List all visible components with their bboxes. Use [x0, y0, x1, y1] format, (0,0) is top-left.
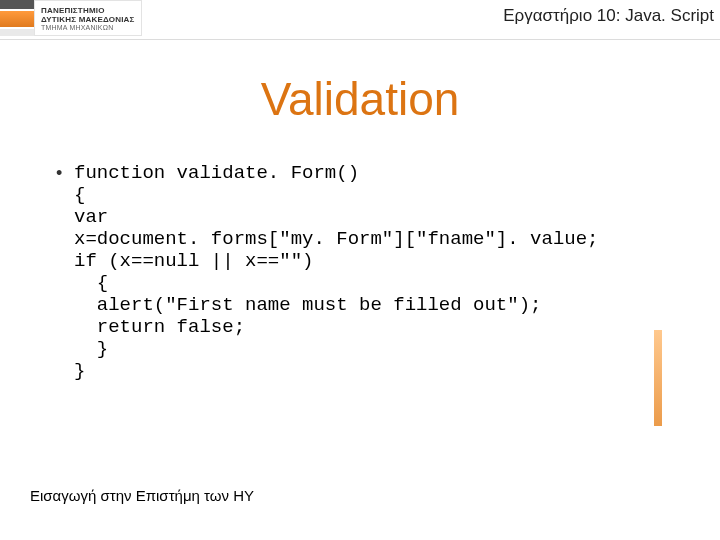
footer-text: Εισαγωγή στην Επιστήμη των ΗΥ: [30, 487, 254, 504]
page-title: Validation: [0, 72, 720, 126]
header: ΠΑΝΕΠΙΣΤΗΜΙΟ ΔΥΤΙΚΗΣ ΜΑΚΕΔΟΝΙΑΣ ΤΜΗΜΑ ΜΗ…: [0, 0, 720, 40]
code-block: function validate. Form() { var x=docume…: [74, 162, 599, 382]
bullet-icon: •: [56, 162, 74, 184]
logo-line2: ΔΥΤΙΚΗΣ ΜΑΚΕΔΟΝΙΑΣ: [41, 15, 135, 24]
bullet-item: • function validate. Form() { var x=docu…: [56, 162, 664, 382]
logo-line3: ΤΜΗΜΑ ΜΗΧΑΝΙΚΩΝ: [41, 24, 135, 31]
decorative-stripe: [654, 330, 662, 426]
body: • function validate. Form() { var x=docu…: [56, 162, 664, 382]
university-logo: ΠΑΝΕΠΙΣΤΗΜΙΟ ΔΥΤΙΚΗΣ ΜΑΚΕΔΟΝΙΑΣ ΤΜΗΜΑ ΜΗ…: [0, 0, 142, 36]
logo-text: ΠΑΝΕΠΙΣΤΗΜΙΟ ΔΥΤΙΚΗΣ ΜΑΚΕΔΟΝΙΑΣ ΤΜΗΜΑ ΜΗ…: [34, 0, 142, 36]
logo-mark: [0, 0, 34, 36]
lab-title: Εργαστήριο 10: Java. Script: [503, 6, 714, 26]
logo-line1: ΠΑΝΕΠΙΣΤΗΜΙΟ: [41, 6, 135, 15]
slide: ΠΑΝΕΠΙΣΤΗΜΙΟ ΔΥΤΙΚΗΣ ΜΑΚΕΔΟΝΙΑΣ ΤΜΗΜΑ ΜΗ…: [0, 0, 720, 540]
